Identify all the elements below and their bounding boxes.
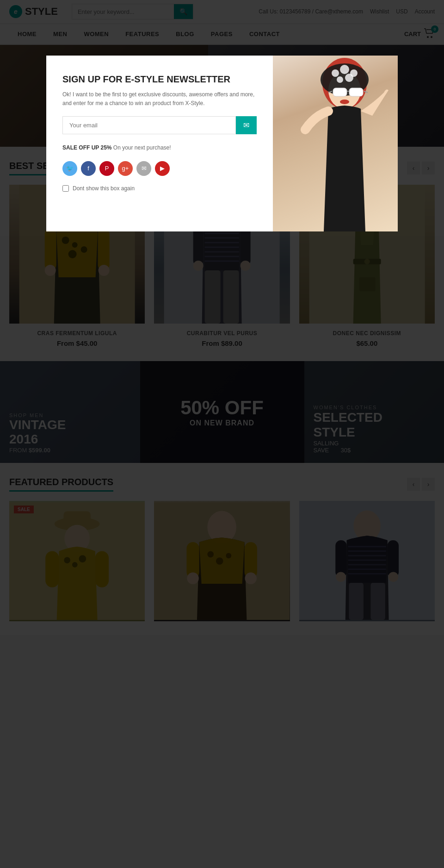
social-icons: 🐦 f P g+ ✉ ▶ [62,161,257,176]
mail-icon[interactable]: ✉ [136,161,151,176]
modal-description: Ok! I want to be the first to get exclus… [62,90,257,108]
youtube-icon[interactable]: ▶ [155,161,170,176]
dont-show-checkbox[interactable] [62,185,69,192]
svg-rect-11 [349,88,363,96]
email-input[interactable] [62,116,236,134]
dont-show-label: Dont show this box again [73,185,135,192]
pinterest-icon[interactable]: P [99,161,114,176]
twitter-icon[interactable]: 🐦 [62,161,77,176]
dont-show-row: Dont show this box again [62,185,257,192]
svg-point-5 [332,69,339,77]
sale-text: SALE OFF UP 25% On your next purchase! [62,144,257,152]
svg-point-6 [340,65,349,74]
svg-point-8 [337,76,343,83]
svg-rect-10 [333,88,347,96]
modal-left-panel: SIGN UP FOR E-STYLE NEWSLETTER Ok! I wan… [46,56,273,231]
modal-image-panel [273,56,398,231]
model-image [273,56,398,231]
svg-point-9 [345,74,353,82]
facebook-icon[interactable]: f [81,161,96,176]
newsletter-overlay: CLOSE SIGN UP FOR E-STYLE NEWSLETTER Ok!… [0,0,444,635]
google-icon[interactable]: g+ [118,161,133,176]
sale-prefix: SALE OFF UP 25% [62,144,111,151]
svg-point-15 [340,100,349,104]
email-row: ✉ [62,116,257,134]
modal-title: SIGN UP FOR E-STYLE NEWSLETTER [62,74,257,85]
newsletter-modal: CLOSE SIGN UP FOR E-STYLE NEWSLETTER Ok!… [46,56,398,231]
email-submit-button[interactable]: ✉ [236,116,257,134]
